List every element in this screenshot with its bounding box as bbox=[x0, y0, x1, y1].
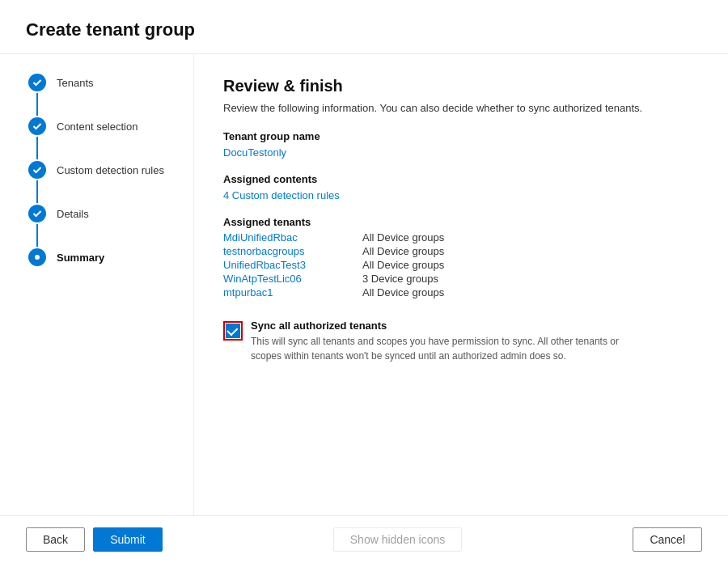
sync-checkbox-wrapper bbox=[223, 321, 243, 341]
step-left-tenants bbox=[26, 74, 49, 117]
check-icon-details bbox=[32, 209, 42, 218]
step-line-4 bbox=[36, 224, 38, 247]
assigned-tenants-label: Assigned tenants bbox=[223, 216, 699, 228]
sidebar: Tenants Content selection bbox=[0, 54, 194, 515]
tenant-scope: All Device groups bbox=[362, 231, 444, 243]
footer-center: Show hidden icons bbox=[163, 527, 633, 552]
tenant-scope: All Device groups bbox=[362, 286, 444, 298]
tenant-group-name-value[interactable]: DocuTestonly bbox=[223, 146, 286, 159]
step-circle-content bbox=[28, 117, 46, 135]
step-label-custom: Custom detection rules bbox=[49, 161, 164, 180]
svg-point-0 bbox=[35, 255, 40, 260]
table-row: WinAtpTestLic063 Device groups bbox=[223, 273, 699, 285]
tenant-scope: 3 Device groups bbox=[362, 273, 438, 285]
sidebar-item-tenants[interactable]: Tenants bbox=[26, 74, 193, 117]
step-label-tenants: Tenants bbox=[49, 74, 94, 92]
footer-left: Back Submit bbox=[26, 527, 163, 552]
step-line-3 bbox=[36, 180, 38, 203]
step-left-custom bbox=[26, 161, 49, 205]
sidebar-item-content-selection[interactable]: Content selection bbox=[26, 117, 193, 161]
sidebar-item-details[interactable]: Details bbox=[26, 205, 193, 248]
tenant-group-name-label: Tenant group name bbox=[223, 130, 699, 142]
step-line-2 bbox=[36, 137, 38, 159]
section-title: Review & finish bbox=[223, 77, 699, 95]
step-left-content bbox=[26, 117, 49, 161]
step-label-summary: Summary bbox=[49, 248, 104, 267]
sidebar-item-summary[interactable]: Summary bbox=[26, 248, 193, 267]
step-label-details: Details bbox=[49, 205, 89, 223]
tenants-list: MdiUnifiedRbacAll Device groupstestnorba… bbox=[223, 231, 699, 298]
tenant-name-link[interactable]: WinAtpTestLic06 bbox=[223, 273, 353, 285]
step-left-summary bbox=[26, 248, 49, 266]
show-hidden-icons-button[interactable]: Show hidden icons bbox=[333, 527, 463, 552]
step-circle-details bbox=[28, 205, 46, 222]
tenant-scope: All Device groups bbox=[362, 259, 444, 271]
content-area: Tenants Content selection bbox=[0, 54, 728, 515]
footer: Back Submit Show hidden icons Cancel bbox=[0, 515, 728, 563]
assigned-contents-group: Assigned contents 4 Custom detection rul… bbox=[223, 173, 699, 201]
step-left-details bbox=[26, 205, 49, 248]
check-icon-content bbox=[32, 121, 42, 131]
sync-checkbox[interactable] bbox=[226, 324, 240, 338]
check-icon-tenants bbox=[32, 78, 42, 87]
assigned-contents-value[interactable]: 4 Custom detection rules bbox=[223, 189, 340, 201]
sync-section: Sync all authorized tenants This will sy… bbox=[223, 320, 699, 363]
sidebar-item-custom-detection[interactable]: Custom detection rules bbox=[26, 161, 193, 205]
footer-right: Cancel bbox=[633, 527, 702, 552]
section-desc: Review the following information. You ca… bbox=[223, 102, 699, 114]
tenant-name-link[interactable]: MdiUnifiedRbac bbox=[223, 231, 353, 243]
tenant-scope: All Device groups bbox=[362, 245, 444, 257]
table-row: testnorbacgroupsAll Device groups bbox=[223, 245, 699, 257]
tenant-name-link[interactable]: UnifiedRbacTest3 bbox=[223, 259, 353, 271]
tenant-group-name-group: Tenant group name DocuTestonly bbox=[223, 130, 699, 159]
tenant-name-link[interactable]: mtpurbac1 bbox=[223, 286, 353, 298]
table-row: UnifiedRbacTest3All Device groups bbox=[223, 259, 699, 271]
page-title: Create tenant group bbox=[0, 0, 728, 54]
table-row: MdiUnifiedRbacAll Device groups bbox=[223, 231, 699, 243]
sync-checkbox-red-border bbox=[223, 321, 243, 341]
submit-button[interactable]: Submit bbox=[93, 527, 163, 552]
tenant-name-link[interactable]: testnorbacgroups bbox=[223, 245, 353, 257]
app-container: Create tenant group Tenants bbox=[0, 0, 728, 563]
sync-desc: This will sync all tenants and scopes yo… bbox=[251, 334, 639, 363]
assigned-contents-label: Assigned contents bbox=[223, 173, 699, 185]
check-icon-custom bbox=[32, 165, 42, 175]
cancel-button[interactable]: Cancel bbox=[633, 527, 702, 552]
table-row: mtpurbac1All Device groups bbox=[223, 286, 699, 298]
step-circle-custom bbox=[28, 161, 46, 179]
step-line-1 bbox=[36, 93, 38, 116]
step-circle-summary bbox=[28, 248, 46, 266]
step-circle-tenants bbox=[28, 74, 46, 91]
dot-icon-summary bbox=[32, 252, 42, 262]
back-button[interactable]: Back bbox=[26, 527, 85, 552]
step-label-content: Content selection bbox=[49, 117, 138, 136]
assigned-tenants-group: Assigned tenants MdiUnifiedRbacAll Devic… bbox=[223, 216, 699, 298]
main-content: Review & finish Review the following inf… bbox=[194, 54, 728, 515]
sync-text-group: Sync all authorized tenants This will sy… bbox=[251, 320, 639, 363]
sync-title: Sync all authorized tenants bbox=[251, 320, 639, 332]
